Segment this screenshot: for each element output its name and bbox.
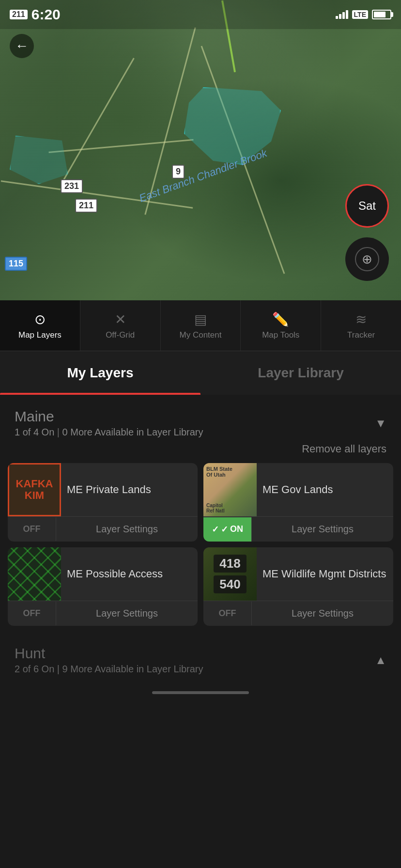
layer-thumbnail-wildlife: 418 540	[203, 547, 257, 601]
nav-tab-map-tools[interactable]: ✏️ Map Tools	[241, 300, 321, 351]
layer-library-tab-label: Layer Library	[258, 365, 343, 381]
layer-settings[interactable]: Layer Settings	[56, 601, 198, 626]
maine-group-title-area: Maine 1 of 4 On | 0 More Available in La…	[15, 408, 203, 438]
maine-group-title: Maine	[15, 408, 203, 425]
hunt-chevron-icon: ▲	[375, 653, 386, 667]
kafka-text: KAFKAKIM	[16, 478, 53, 501]
layer-toggle-off[interactable]: OFF	[8, 602, 56, 625]
layer-settings-label: Layer Settings	[292, 524, 354, 534]
layer-settings-label: Layer Settings	[292, 608, 354, 619]
battery-fill	[374, 12, 386, 17]
wildlife-num-540: 540	[214, 575, 246, 593]
layer-settings[interactable]: Layer Settings	[56, 517, 198, 542]
home-bar	[152, 691, 249, 694]
route-badge-115: 115	[5, 257, 27, 271]
nav-tab-tracker-label: Tracker	[347, 330, 375, 340]
layer-card-me-gov-lands: BLM StateOf Utah CapitolRef Natl ME Gov …	[203, 463, 393, 542]
hunt-separator: |	[57, 664, 62, 674]
layer-thumbnail-access	[8, 547, 61, 601]
layer-card-top: ME Possible Access	[8, 547, 198, 601]
back-arrow-icon: ←	[15, 38, 29, 54]
map-road	[61, 58, 135, 184]
nav-tab-map-layers-label: Map Layers	[18, 330, 62, 340]
maine-chevron-icon: ▼	[375, 417, 386, 430]
hunt-more-available: 9 More Available in Layer Library	[62, 664, 203, 674]
layer-card-top: BLM StateOf Utah CapitolRef Natl ME Gov …	[203, 463, 393, 516]
hunt-group-title-area: Hunt 2 of 6 On | 9 More Available in Lay…	[15, 645, 203, 675]
layer-thumbnail-gov: BLM StateOf Utah CapitolRef Natl	[203, 463, 257, 516]
maine-group-header[interactable]: Maine 1 of 4 On | 0 More Available in La…	[0, 395, 401, 441]
map-road	[48, 139, 193, 153]
layer-card-top: 418 540 ME Wildlife Mgmt Districts	[203, 547, 393, 601]
layer-name-text: ME Possible Access	[67, 567, 163, 581]
nav-tab-tracker[interactable]: ≋ Tracker	[321, 300, 401, 351]
layers-content: Maine 1 of 4 On | 0 More Available in La…	[0, 395, 401, 681]
status-left: 211 6:20	[10, 6, 61, 23]
nav-tab-off-grid[interactable]: ✕ Off-Grid	[80, 300, 161, 351]
section-tabs: My Layers Layer Library	[0, 351, 401, 395]
wildlife-num-418: 418	[214, 555, 246, 573]
layer-thumbnail-kafka: KAFKAKIM	[8, 463, 61, 516]
nav-tab-my-content-label: My Content	[180, 330, 222, 340]
toggle-label: ON	[230, 524, 243, 534]
map-tools-icon: ✏️	[272, 311, 289, 327]
layer-settings[interactable]: Layer Settings	[252, 601, 393, 626]
layer-toggle-on[interactable]: ✓ ON	[203, 517, 252, 542]
my-content-icon: ▤	[194, 311, 207, 327]
signal-bar-3	[342, 12, 345, 19]
hunt-group-subtitle: 2 of 6 On | 9 More Available in Layer Li…	[15, 664, 203, 675]
layer-name-area: ME Private Lands	[61, 463, 198, 516]
tracker-icon: ≋	[355, 311, 367, 327]
layer-settings[interactable]: Layer Settings	[252, 517, 393, 542]
layer-library-tab[interactable]: Layer Library	[200, 351, 401, 395]
nav-tab-map-tools-label: Map Tools	[262, 330, 299, 340]
signal-bar-1	[336, 16, 338, 19]
layer-toggle-off[interactable]: OFF	[8, 517, 56, 541]
sat-button[interactable]: Sat	[345, 184, 389, 228]
nav-tab-my-content[interactable]: ▤ My Content	[161, 300, 241, 351]
nav-tab-off-grid-label: Off-Grid	[106, 330, 135, 340]
back-button[interactable]: ←	[10, 34, 34, 58]
compass-inner-icon: ⊕	[362, 252, 372, 267]
status-right: LTE	[336, 10, 391, 19]
layer-name-text: ME Private Lands	[67, 483, 151, 497]
nav-tab-map-layers[interactable]: ⊙ Map Layers	[0, 300, 80, 351]
layer-card-bottom: OFF Layer Settings	[8, 516, 198, 542]
layer-toggle-off[interactable]: OFF	[203, 602, 252, 625]
gov-bottom-text: CapitolRef Natl	[206, 503, 254, 513]
battery-icon	[372, 10, 391, 19]
layer-card-bottom: OFF Layer Settings	[203, 601, 393, 626]
compass-button[interactable]: ⊕	[345, 237, 389, 281]
home-indicator	[0, 681, 401, 705]
route-badge-top: 211	[10, 10, 28, 19]
my-layers-tab[interactable]: My Layers	[0, 351, 200, 395]
gov-top-text: BLM StateOf Utah	[206, 466, 254, 478]
layer-name-text: ME Wildlife Mgmt Districts	[262, 567, 386, 581]
layer-card-top: KAFKAKIM ME Private Lands	[8, 463, 198, 516]
compass-icon: ⊕	[355, 247, 379, 271]
toggle-label: OFF	[23, 608, 41, 619]
hunt-group-header[interactable]: Hunt 2 of 6 On | 9 More Available in Lay…	[0, 636, 401, 681]
layer-settings-label: Layer Settings	[96, 524, 158, 534]
layer-settings-label: Layer Settings	[96, 608, 158, 619]
layer-name-area: ME Gov Lands	[257, 463, 393, 516]
maine-group-subtitle: 1 of 4 On | 0 More Available in Layer Li…	[15, 427, 203, 438]
maine-more-available: 0 More Available in Layer Library	[62, 427, 203, 437]
layer-card-me-wildlife-mgmt: 418 540 ME Wildlife Mgmt Districts OFF L…	[203, 547, 393, 626]
hunt-group-title: Hunt	[15, 645, 203, 662]
layer-name-text: ME Gov Lands	[262, 483, 333, 497]
signal-bar-2	[339, 14, 341, 19]
layer-card-me-possible-access: ME Possible Access OFF Layer Settings	[8, 547, 198, 626]
layer-name-area: ME Possible Access	[61, 547, 198, 601]
off-grid-icon: ✕	[115, 311, 126, 327]
remove-all-button[interactable]: Remove all layers	[302, 443, 386, 455]
map-layers-icon: ⊙	[34, 311, 46, 327]
layer-name-area: ME Wildlife Mgmt Districts	[257, 547, 393, 601]
map-view: East Branch Chandler Brook 231 211 9 115…	[0, 0, 401, 300]
my-layers-tab-label: My Layers	[67, 365, 134, 381]
map-polygon	[10, 136, 68, 184]
layer-card-me-private-lands: KAFKAKIM ME Private Lands OFF Layer Sett…	[8, 463, 198, 542]
hunt-on-count: 2 of 6 On	[15, 664, 54, 674]
route-badge-231: 231	[61, 179, 83, 193]
bottom-nav: ⊙ Map Layers ✕ Off-Grid ▤ My Content ✏️ …	[0, 300, 401, 351]
